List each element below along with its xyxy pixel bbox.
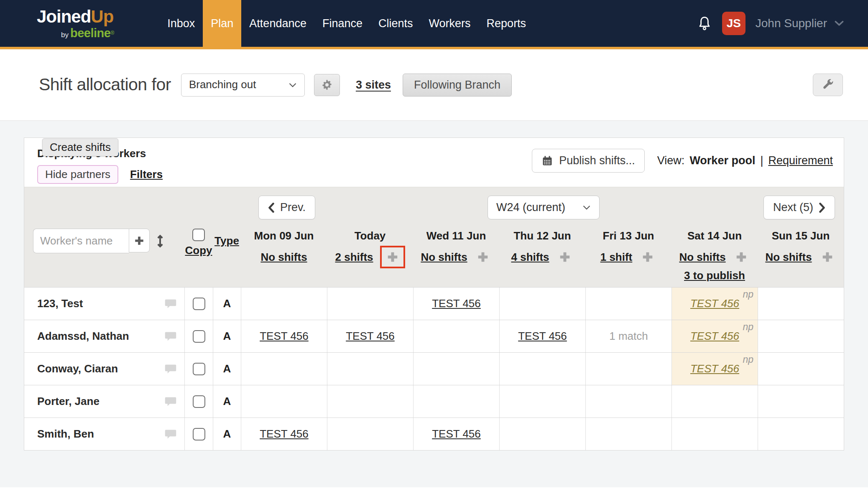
hide-partners-button[interactable]: Hide partners [37, 165, 118, 184]
nav-item-inbox[interactable]: Inbox [159, 0, 203, 47]
shift-link[interactable]: TEST 456 [346, 330, 395, 343]
day-label: Wed 11 Jun [413, 229, 499, 242]
comment-icon[interactable] [164, 331, 177, 342]
shift-cell [585, 418, 671, 450]
shift-link[interactable]: TEST 456 [432, 428, 481, 440]
add-shift-button-highlighted[interactable] [380, 246, 405, 268]
worker-name-filter-input[interactable] [33, 229, 129, 253]
worker-name: Porter, Jane [37, 395, 100, 408]
prev-week-button[interactable]: Prev. [258, 196, 315, 219]
worker-type: A [213, 288, 241, 320]
add-shift-button[interactable] [819, 248, 836, 266]
week-select[interactable]: W24 (current) [488, 196, 600, 219]
shift-link[interactable]: TEST 456 [518, 330, 567, 343]
user-avatar[interactable]: JS [722, 12, 745, 35]
sort-workers-icon[interactable] [156, 234, 164, 248]
shift-cell: TEST 456 [499, 320, 585, 352]
day-shifts-link[interactable]: No shifts [765, 251, 812, 264]
sites-link[interactable]: 3 sites [356, 78, 391, 92]
day-header-6: Sat 14 JunNo shifts3 to publish [671, 229, 758, 282]
worker-name-cell: Porter, Jane [24, 385, 184, 418]
joinedup-logo[interactable]: JoinedUp bybeeline® [37, 0, 114, 47]
day-shifts-link[interactable]: No shifts [260, 251, 307, 264]
add-shift-button[interactable] [556, 248, 574, 266]
copy-row-checkbox[interactable] [193, 428, 205, 440]
user-name[interactable]: John Supplier [756, 16, 827, 31]
notifications-bell-icon[interactable] [697, 15, 712, 32]
tools-wrench-button[interactable] [813, 74, 843, 96]
worker-type: A [213, 418, 241, 450]
page: JoinedUp bybeeline® InboxPlanAttendanceF… [0, 0, 868, 499]
nav-item-finance[interactable]: Finance [314, 0, 370, 47]
copy-row-checkbox[interactable] [193, 330, 205, 343]
view-requirement-link[interactable]: Requirement [768, 154, 833, 167]
nav-item-clients[interactable]: Clients [370, 0, 421, 47]
shift-cell [758, 320, 844, 352]
shift-cell: TEST 456 [241, 320, 327, 352]
shift-cell [585, 353, 671, 385]
site-select[interactable]: Branching out [181, 74, 305, 97]
shift-cell [499, 353, 585, 385]
shift-cell [499, 288, 585, 320]
comment-icon [164, 331, 177, 342]
copy-column-header[interactable]: Copy [185, 244, 212, 257]
worker-filter-group [33, 229, 150, 253]
shift-link[interactable]: TEST 456 [432, 297, 481, 310]
shift-link[interactable]: TEST 456 [260, 428, 309, 440]
add-shift-button[interactable] [639, 248, 656, 266]
day-header-7: Sun 15 JunNo shifts [758, 229, 844, 267]
panel-header: Displaying 5 workers Hide partners Filte… [24, 138, 844, 187]
worker-name-cell: Smith, Ben [24, 418, 184, 450]
shift-link[interactable]: TEST 456 [260, 330, 309, 343]
copy-all-checkbox[interactable] [192, 229, 205, 241]
filters-link[interactable]: Filters [130, 168, 163, 181]
add-shift-button[interactable] [474, 248, 492, 266]
day-shifts-link[interactable]: 4 shifts [511, 251, 549, 264]
worker-type: A [213, 320, 241, 352]
copy-row-checkbox[interactable] [193, 395, 205, 408]
nav-item-reports[interactable]: Reports [479, 0, 534, 47]
day-header-3: Wed 11 JunNo shifts [413, 229, 499, 267]
day-label: Today [327, 229, 413, 242]
comment-icon[interactable] [164, 298, 177, 310]
worker-name-cell: Adamssd, Nathan [24, 320, 184, 352]
comment-icon[interactable] [164, 363, 177, 375]
copy-row-checkbox[interactable] [193, 298, 205, 310]
comment-icon [164, 363, 177, 375]
nav-item-attendance[interactable]: Attendance [241, 0, 314, 47]
publish-shifts-button[interactable]: Publish shifts... [532, 149, 645, 173]
day-shifts-link[interactable]: No shifts [421, 251, 467, 264]
shift-cell: npTEST 456 [671, 320, 758, 352]
add-shift-button[interactable] [733, 248, 750, 266]
view-label: View: [657, 154, 685, 167]
comment-icon [164, 428, 177, 440]
next-week-button[interactable]: Next (5) [763, 196, 835, 219]
day-shifts-link[interactable]: 2 shifts [335, 251, 373, 264]
worker-name-cell: Conway, Ciaran [24, 353, 184, 385]
nav-item-workers[interactable]: Workers [421, 0, 479, 47]
day-shifts-link[interactable]: No shifts [679, 251, 725, 264]
view-switch: View: Worker pool | Requirement [657, 154, 833, 167]
unpublished-shift-link[interactable]: TEST 456 [690, 330, 739, 343]
shift-cell: TEST 456 [413, 288, 499, 320]
unpublished-shift-link[interactable]: TEST 456 [690, 297, 739, 310]
day-shifts-link[interactable]: 1 shift [600, 251, 633, 264]
copy-checkbox-cell [184, 353, 213, 385]
copy-row-checkbox[interactable] [193, 363, 205, 375]
site-settings-gear-button[interactable] [314, 74, 340, 96]
nav-item-plan[interactable]: Plan [203, 0, 241, 47]
comment-icon[interactable] [164, 396, 177, 407]
to-publish-link[interactable]: 3 to publish [684, 269, 745, 282]
shift-cell [327, 418, 413, 450]
type-column-header[interactable]: Type [214, 234, 239, 247]
following-branch-button[interactable]: Following Branch [403, 74, 512, 97]
plus-icon [477, 251, 489, 263]
day-header-1: Mon 09 JunNo shifts [241, 229, 327, 267]
add-worker-button[interactable] [129, 229, 150, 252]
comment-icon[interactable] [164, 428, 177, 440]
shift-cell [413, 385, 499, 418]
unpublished-shift-link[interactable]: TEST 456 [690, 362, 739, 375]
day-header-2: Today2 shifts [327, 229, 413, 267]
user-menu-chevron-icon[interactable] [835, 20, 844, 26]
week-navigation: Prev. W24 (current) Next (5) [24, 196, 844, 219]
